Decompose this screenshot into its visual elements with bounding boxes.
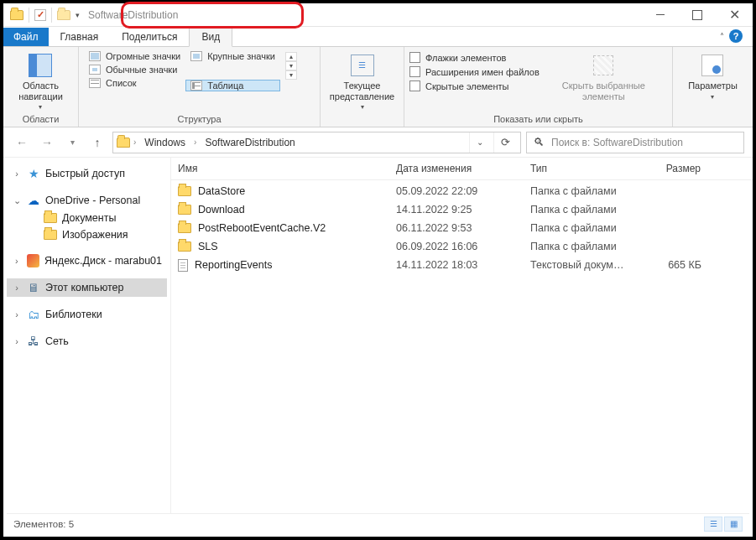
view-thumbnails-button[interactable]: ▦: [724, 517, 743, 532]
layout-huge-icons[interactable]: Огромные значки: [84, 50, 185, 62]
minimize-button[interactable]: [642, 3, 679, 27]
column-headers[interactable]: Имя Дата изменения Тип Размер: [171, 158, 753, 180]
table-row[interactable]: Download14.11.2022 9:25Папка с файлами: [171, 200, 753, 219]
col-size[interactable]: Размер: [633, 158, 708, 179]
layout-table[interactable]: Таблица: [185, 80, 280, 91]
checkbox-item-checkboxes[interactable]: Флажки элементов: [409, 52, 540, 63]
file-type: Папка с файлами: [524, 184, 633, 199]
tree-network[interactable]: ›🖧Сеть: [7, 332, 167, 350]
file-size: 665 КБ: [633, 257, 708, 273]
star-icon: ★: [27, 167, 40, 180]
qat-properties-icon[interactable]: ✓: [34, 9, 46, 21]
file-date: 06.09.2022 16:06: [389, 239, 524, 254]
col-name[interactable]: Имя: [171, 158, 389, 179]
file-date: 14.11.2022 18:03: [389, 257, 524, 273]
file-icon: [178, 259, 188, 272]
address-bar[interactable]: › Windows › SoftwareDistribution ⌄ ⟳: [112, 132, 521, 153]
tab-home[interactable]: Главная: [49, 28, 111, 46]
tree-yandex-disk[interactable]: ›Яндекс.Диск - marabu01: [7, 252, 167, 270]
table-row[interactable]: DataStore05.09.2022 22:09Папка с файлами: [171, 182, 753, 200]
file-type: Текстовый докум…: [524, 257, 633, 273]
network-icon: 🖧: [27, 335, 40, 348]
ribbon: Область навигации ▾ Области Огромные зна…: [3, 47, 753, 127]
tab-view[interactable]: Вид: [189, 27, 232, 47]
hide-selected-button[interactable]: Скрыть выбранные элементы: [557, 50, 650, 103]
file-date: 14.11.2022 9:25: [389, 202, 524, 217]
tree-onedrive[interactable]: ⌄☁OneDrive - Personal: [7, 191, 167, 210]
options-icon: [701, 55, 723, 76]
qat-newfolder-icon[interactable]: [57, 10, 70, 20]
folder-icon: [178, 241, 191, 252]
layout-normal-icons[interactable]: Обычные значки: [84, 64, 185, 75]
pc-icon: 🖥: [27, 281, 40, 294]
forward-button[interactable]: →: [37, 132, 57, 153]
col-date[interactable]: Дата изменения: [389, 158, 524, 179]
current-view-button[interactable]: ☰ Текущее представление ▾: [325, 50, 399, 112]
checkbox-hidden-items[interactable]: Скрытые элементы: [409, 80, 540, 91]
refresh-button[interactable]: ⟳: [493, 132, 517, 153]
options-button[interactable]: Параметры ▾: [683, 50, 743, 102]
file-list: Имя Дата изменения Тип Размер DataStore0…: [171, 158, 753, 517]
file-size: [633, 221, 708, 236]
file-type: Папка с файлами: [524, 221, 633, 236]
navigation-bar: ← → ▾ ↑ › Windows › SoftwareDistribution…: [3, 127, 753, 158]
file-size: [633, 239, 708, 254]
tree-onedrive-pics[interactable]: ›Изображения: [7, 226, 167, 243]
status-item-count: Элементов: 5: [13, 519, 74, 529]
breadcrumb-softwaredistribution[interactable]: SoftwareDistribution: [200, 135, 300, 150]
table-row[interactable]: ReportingEvents14.11.2022 18:03Текстовый…: [171, 256, 753, 274]
tree-libraries[interactable]: ›🗂Библиотеки: [7, 305, 167, 324]
chevron-right-icon[interactable]: ›: [133, 138, 136, 147]
folder-icon: [178, 186, 191, 196]
folder-icon: [44, 213, 57, 223]
tree-quick-access[interactable]: ›★Быстрый доступ: [7, 164, 167, 183]
address-folder-icon: [117, 138, 130, 148]
table-row[interactable]: PostRebootEventCache.V206.11.2022 9:53Па…: [171, 219, 753, 237]
close-button[interactable]: ✕: [716, 3, 753, 27]
back-button[interactable]: ←: [12, 132, 32, 153]
col-type[interactable]: Тип: [524, 158, 633, 179]
maximize-button[interactable]: [679, 3, 716, 27]
layout-gallery-scroll[interactable]: ▴▾▾: [285, 50, 297, 81]
file-type: Папка с файлами: [524, 239, 633, 254]
layout-list[interactable]: Список: [84, 77, 185, 89]
group-label-showhide: Показать или скрыть: [404, 112, 672, 127]
navigation-pane-button[interactable]: Область навигации ▾: [13, 50, 68, 112]
cloud-icon: ☁: [27, 194, 40, 207]
file-size: [633, 184, 708, 199]
recent-locations-button[interactable]: ▾: [62, 132, 82, 153]
folder-icon: [44, 230, 57, 240]
file-size: [633, 202, 708, 217]
file-name: Download: [198, 204, 245, 215]
tab-file[interactable]: Файл: [3, 28, 49, 46]
navigation-pane-icon: [27, 52, 54, 79]
view-details-button[interactable]: ☰: [704, 517, 722, 532]
layout-large-icons[interactable]: Крупные значки: [185, 50, 280, 62]
tree-onedrive-docs[interactable]: ›Документы: [7, 210, 167, 226]
search-input[interactable]: 🔍︎ Поиск в: SoftwareDistribution: [526, 132, 744, 153]
current-view-icon: ☰: [351, 55, 374, 76]
libraries-icon: 🗂: [27, 308, 40, 321]
hide-selected-icon: [590, 52, 617, 79]
tab-share[interactable]: Поделиться: [110, 28, 189, 46]
navigation-tree[interactable]: ›★Быстрый доступ ⌄☁OneDrive - Personal ›…: [3, 158, 171, 517]
folder-icon: [178, 205, 191, 215]
table-row[interactable]: SLS06.09.2022 16:06Папка с файлами: [171, 237, 753, 256]
up-button[interactable]: ↑: [87, 132, 107, 153]
tree-this-pc[interactable]: ›🖥Этот компьютер: [7, 278, 167, 297]
group-label-layout: Структура: [79, 112, 320, 127]
address-dropdown-icon[interactable]: ⌄: [469, 132, 490, 153]
yandex-disk-icon: [27, 254, 39, 267]
checkbox-file-extensions[interactable]: Расширения имен файлов: [409, 66, 540, 77]
file-name: PostRebootEventCache.V2: [198, 222, 326, 234]
status-bar: Элементов: 5 ☰ ▦: [7, 513, 749, 533]
file-date: 05.09.2022 22:09: [389, 184, 524, 199]
group-label-panes: Области: [3, 112, 78, 127]
ribbon-tabs: Файл Главная Поделиться Вид ˄ ?: [3, 27, 753, 47]
ribbon-collapse-icon[interactable]: ˄: [720, 32, 724, 41]
file-type: Папка с файлами: [524, 202, 633, 217]
folder-icon: [178, 223, 191, 233]
help-icon[interactable]: ?: [729, 29, 743, 43]
chevron-right-icon[interactable]: ›: [194, 138, 196, 147]
breadcrumb-windows[interactable]: Windows: [139, 135, 190, 150]
